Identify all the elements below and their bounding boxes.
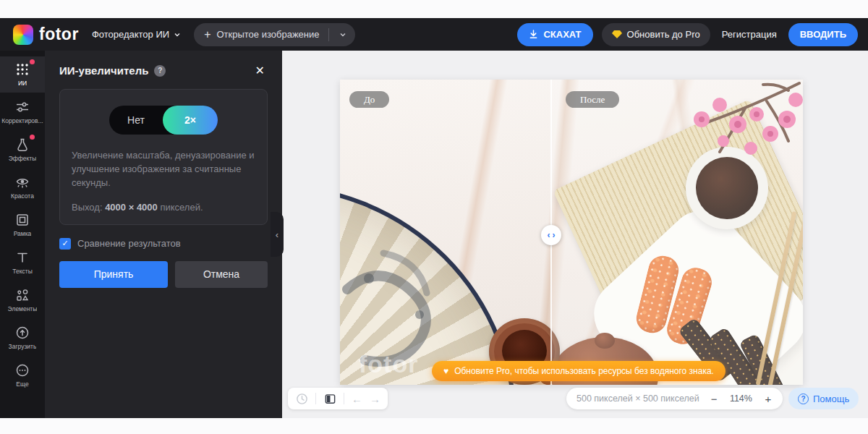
sidebar-item-upload[interactable]: Загрузить — [0, 320, 45, 356]
sidebar-item-text[interactable]: Тексты — [0, 244, 45, 281]
sidebar-item-adjust[interactable]: Корректиров... — [0, 94, 45, 130]
scale-toggle[interactable]: Нет 2× — [109, 106, 218, 135]
checkbox-checked[interactable]: ✓ — [59, 238, 71, 250]
undo-button[interactable]: ← — [352, 393, 362, 405]
editor-canvas: ‹ › До После fotor ♥ Обновите Pro, чтобы… — [282, 51, 868, 418]
divider — [328, 28, 329, 41]
sidebar-item-ai[interactable]: ИИ — [0, 56, 45, 93]
sidebar-item-effects[interactable]: Эффекты — [0, 132, 45, 168]
sidebar-item-more[interactable]: Еще — [0, 357, 45, 393]
sidebar-item-beauty[interactable]: Красота — [0, 169, 45, 205]
sidebar-item-frame[interactable]: Рамка — [0, 207, 45, 243]
output-value: 4000 × 4000 — [105, 202, 158, 213]
download-button[interactable]: СКАХАТ — [517, 23, 592, 46]
upgrade-pro-banner[interactable]: ♥ Обновите Pro, чтобы использовать ресур… — [432, 361, 726, 381]
topbar-actions: СКАХАТ Обновить до Pro Регистрация ВВОДИ… — [517, 23, 858, 46]
fotor-logo[interactable]: fotor — [13, 25, 79, 45]
notification-dot — [30, 59, 35, 64]
pro-gem-icon — [612, 30, 622, 39]
sidebar-item-label: Загрузить — [9, 343, 37, 350]
history-toolbar: ← → — [288, 388, 388, 409]
login-button[interactable]: ВВОДИТЬ — [788, 23, 858, 46]
divider — [315, 393, 316, 404]
sidebar-item-label: Еще — [16, 380, 28, 388]
zoom-in-button[interactable]: + — [763, 393, 773, 405]
open-image-label: Открытое изображение — [216, 29, 319, 40]
fotor-logo-icon — [13, 25, 33, 45]
zoom-toolbar: 500 пикселей × 500 пикселей − 114% + — [566, 388, 783, 409]
open-image-dropdown[interactable] — [333, 31, 352, 38]
image-size-info: 500 пикселей × 500 пикселей — [576, 393, 699, 404]
chevron-down-icon — [339, 31, 346, 38]
upgrade-pro-label: Обновить до Pro — [627, 29, 700, 40]
beauty-eye-icon — [15, 175, 30, 190]
adjust-sliders-icon — [15, 100, 30, 114]
text-icon — [15, 250, 30, 265]
main-area: ИИ Корректиров... Эффекты Красота Рамка — [0, 51, 868, 418]
scale-toggle-off[interactable]: Нет — [109, 114, 163, 126]
panel-title: ИИ-увеличитель — [59, 64, 148, 77]
scale-toggle-2x[interactable]: 2× — [163, 106, 218, 135]
compare-view-button[interactable] — [323, 392, 336, 405]
output-size-line: Выход: 4000 × 4000 пикселей. — [72, 202, 255, 213]
left-sidebar: ИИ Корректиров... Эффекты Красота Рамка — [0, 51, 45, 418]
plus-icon: + — [204, 28, 210, 41]
history-button[interactable] — [295, 392, 308, 405]
elements-shapes-icon — [15, 288, 30, 302]
sidebar-item-label: Красота — [11, 192, 34, 200]
zoom-out-button[interactable]: − — [710, 393, 719, 405]
before-after-image[interactable]: ‹ › До После fotor ♥ Обновите Pro, чтобы… — [340, 80, 803, 385]
sidebar-item-label: Тексты — [12, 268, 33, 275]
banner-text: Обновите Pro, чтобы использовать ресурсы… — [454, 366, 714, 376]
register-link[interactable]: Регистрация — [719, 29, 780, 40]
ai-enlarger-panel: ИИ-увеличитель ? ✕ Нет 2× Увеличение мас… — [45, 51, 282, 418]
heart-icon: ♥ — [443, 366, 448, 376]
help-question-icon[interactable]: ? — [154, 65, 166, 77]
editor-mode-label: Фоторедактор ИИ — [92, 29, 169, 40]
chevron-right-icon: › — [553, 230, 556, 240]
before-label-pill: До — [349, 91, 389, 108]
compare-split-icon — [324, 393, 336, 405]
panel-description: Увеличение масштаба, денуазирование и ул… — [72, 149, 255, 190]
output-label: Выход: — [72, 202, 103, 213]
login-label: ВВОДИТЬ — [800, 29, 846, 40]
chevron-down-icon — [174, 31, 181, 38]
help-circle-icon: ? — [798, 393, 809, 404]
history-clock-icon — [296, 393, 308, 405]
sidebar-item-elements[interactable]: Элементы — [0, 282, 45, 318]
sidebar-item-label: ИИ — [18, 80, 27, 87]
fotor-watermark: fotor — [359, 350, 418, 378]
ai-grid-icon — [15, 62, 30, 77]
close-panel-button[interactable]: ✕ — [252, 62, 268, 79]
chevron-left-icon: ‹ — [548, 230, 550, 240]
redo-button[interactable]: → — [370, 393, 380, 405]
panel-collapse-handle[interactable]: ‹ — [271, 212, 284, 257]
upgrade-pro-button[interactable]: Обновить до Pro — [602, 23, 710, 46]
upscale-options-card: Нет 2× Увеличение масштаба, денуазирован… — [59, 89, 268, 225]
download-icon — [529, 30, 538, 39]
fotor-logo-text: fotor — [39, 25, 79, 44]
sidebar-item-label: Рамка — [14, 230, 32, 237]
help-label: Помощь — [813, 393, 849, 404]
cancel-button[interactable]: Отмена — [175, 261, 268, 288]
editor-mode-menu[interactable]: Фоторедактор ИИ — [92, 29, 181, 40]
effects-flask-icon — [15, 137, 30, 152]
compare-slider-handle[interactable]: ‹ › — [541, 225, 561, 245]
panel-actions: Принять Отмена — [59, 261, 268, 288]
compare-results-checkbox-row[interactable]: ✓ Сравнение результатов — [59, 238, 268, 250]
help-button[interactable]: ? Помощь — [788, 388, 859, 409]
cherry-blossom-graphic — [615, 80, 803, 165]
teapot-lid-knob — [595, 333, 615, 349]
compare-results-label: Сравнение результатов — [77, 238, 181, 249]
sidebar-item-label: Элементы — [8, 305, 38, 312]
zoom-level-value: 114% — [728, 393, 753, 404]
frame-icon — [15, 213, 30, 227]
output-suffix: пикселей. — [160, 202, 203, 213]
notification-dot — [30, 135, 35, 140]
top-bar: fotor Фоторедактор ИИ + Открытое изображ… — [0, 18, 868, 51]
soy-sauce-liquid — [696, 157, 758, 219]
open-image-button[interactable]: + Открытое изображение — [194, 23, 354, 46]
apply-button[interactable]: Принять — [59, 261, 168, 288]
sidebar-item-label: Эффекты — [9, 155, 37, 162]
download-label: СКАХАТ — [543, 29, 581, 40]
